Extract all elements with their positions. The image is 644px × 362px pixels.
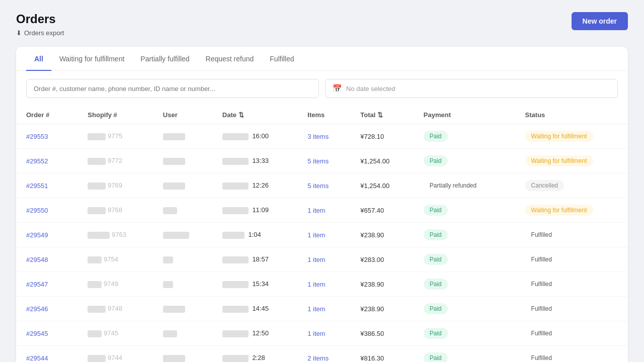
col-date[interactable]: Date ⇅	[212, 106, 298, 124]
shopify-suffix: 9763	[112, 231, 126, 238]
payment-cell: Paid	[414, 297, 515, 321]
total-cell: ¥386.50	[350, 321, 413, 346]
shopify-prefix	[88, 256, 102, 263]
order-id[interactable]: #29546	[16, 297, 77, 321]
time-value: 1:04	[248, 231, 261, 238]
order-id[interactable]: #29552	[16, 149, 77, 173]
shopify-prefix	[88, 355, 106, 362]
table-row: #29546 9748 14:45 1 item ¥238.90 Paid Fu…	[16, 297, 628, 321]
table-row: #29544 9744 2:28 2 items ¥816.30 Paid Fu…	[16, 346, 628, 363]
shopify-suffix: 9775	[108, 132, 122, 140]
payment-cell: Paid	[414, 124, 515, 149]
status-cell: Waiting for fulfillment	[515, 124, 628, 149]
order-id[interactable]: #29550	[16, 198, 77, 223]
date-picker[interactable]: 📅 No date selected	[325, 79, 618, 98]
user-cell	[153, 247, 212, 272]
table-row: #29550 9768 11:09 1 item ¥657.40 Paid Wa…	[16, 198, 628, 223]
order-id[interactable]: #29551	[16, 173, 77, 198]
items-cell[interactable]: 5 items	[297, 173, 350, 198]
tab-partial[interactable]: Partially fulfilled	[132, 47, 197, 71]
date-block	[222, 133, 249, 140]
total-cell: ¥1,254.00	[350, 173, 413, 198]
sort-icon: ⇅	[238, 111, 244, 119]
shopify-prefix	[88, 232, 110, 239]
user-block	[163, 281, 173, 288]
payment-cell: Paid	[414, 247, 515, 272]
order-id[interactable]: #29553	[16, 124, 77, 149]
user-block	[163, 232, 189, 239]
items-cell[interactable]: 5 items	[297, 149, 350, 173]
col-status: Status	[515, 106, 628, 124]
download-icon: ⬇	[16, 29, 22, 37]
user-cell	[153, 173, 212, 198]
payment-cell: Paid	[414, 223, 515, 247]
time-value: 13:33	[252, 157, 269, 164]
tab-fulfilled[interactable]: Fulfilled	[262, 47, 302, 71]
shopify-prefix	[88, 183, 106, 190]
shopify-suffix: 9772	[108, 157, 122, 164]
order-id[interactable]: #29545	[16, 321, 77, 346]
payment-cell: Paid	[414, 149, 515, 173]
time-value: 14:45	[252, 305, 269, 312]
date-cell: 15:34	[212, 272, 298, 297]
items-cell[interactable]: 1 item	[297, 272, 350, 297]
tab-refund[interactable]: Request refund	[198, 47, 262, 71]
table-row: #29551 9769 12:26 5 items ¥1,254.00 Part…	[16, 173, 628, 198]
status-cell: Waiting for fulfillment	[515, 149, 628, 173]
shopify-suffix: 9769	[108, 182, 122, 189]
shopify-prefix	[88, 133, 106, 140]
shopify-prefix	[88, 207, 106, 214]
status-cell: Fulfilled	[515, 247, 628, 272]
time-value: 11:09	[252, 206, 269, 214]
date-cell: 14:45	[212, 297, 298, 321]
shopify-suffix: 9748	[108, 305, 122, 312]
tab-all[interactable]: All	[26, 47, 51, 71]
order-id[interactable]: #29544	[16, 346, 77, 363]
items-cell[interactable]: 1 item	[297, 247, 350, 272]
order-id[interactable]: #29549	[16, 223, 77, 247]
date-cell: 12:26	[212, 173, 298, 198]
order-id[interactable]: #29547	[16, 272, 77, 297]
tab-waiting[interactable]: Waiting for fulfillment	[51, 47, 132, 71]
date-block	[222, 158, 249, 165]
user-block	[163, 330, 177, 337]
items-cell[interactable]: 1 item	[297, 297, 350, 321]
order-id[interactable]: #29548	[16, 247, 77, 272]
payment-cell: Paid	[414, 346, 515, 363]
orders-card: AllWaiting for fulfillmentPartially fulf…	[16, 47, 628, 362]
payment-cell: Paid	[414, 272, 515, 297]
status-cell: Fulfilled	[515, 346, 628, 363]
items-cell[interactable]: 1 item	[297, 223, 350, 247]
orders-export-link[interactable]: ⬇ Orders export	[16, 29, 64, 37]
search-input[interactable]	[26, 79, 319, 98]
col-shopify: Shopify #	[77, 106, 152, 124]
shopify-num: 9745	[77, 321, 152, 346]
items-cell[interactable]: 1 item	[297, 321, 350, 346]
status-cell: Cancelled	[515, 173, 628, 198]
table-row: #29549 9763 1:04 1 item ¥238.90 Paid Ful…	[16, 223, 628, 247]
table-row: #29553 9775 16:00 3 items ¥728.10 Paid W…	[16, 124, 628, 149]
user-cell	[153, 346, 212, 363]
export-label: Orders export	[24, 29, 64, 37]
user-cell	[153, 223, 212, 247]
col-total[interactable]: Total ⇅	[350, 106, 413, 124]
user-block	[163, 183, 185, 190]
table-row: #29545 9745 12:50 1 item ¥386.50 Paid Fu…	[16, 321, 628, 346]
status-cell: Fulfilled	[515, 321, 628, 346]
shopify-suffix: 9754	[104, 255, 118, 263]
total-cell: ¥816.30	[350, 346, 413, 363]
user-cell	[153, 124, 212, 149]
shopify-num: 9744	[77, 346, 152, 363]
payment-cell: Partially refunded	[414, 173, 515, 198]
date-cell: 11:09	[212, 198, 298, 223]
table-row: #29548 9754 18:57 1 item ¥283.00 Paid Fu…	[16, 247, 628, 272]
date-block	[222, 355, 249, 362]
items-cell[interactable]: 2 items	[297, 346, 350, 363]
user-block	[163, 306, 185, 313]
total-cell: ¥238.90	[350, 223, 413, 247]
items-cell[interactable]: 1 item	[297, 198, 350, 223]
items-cell[interactable]: 3 items	[297, 124, 350, 149]
total-cell: ¥283.00	[350, 247, 413, 272]
new-order-button[interactable]: New order	[572, 12, 628, 30]
user-cell	[153, 198, 212, 223]
